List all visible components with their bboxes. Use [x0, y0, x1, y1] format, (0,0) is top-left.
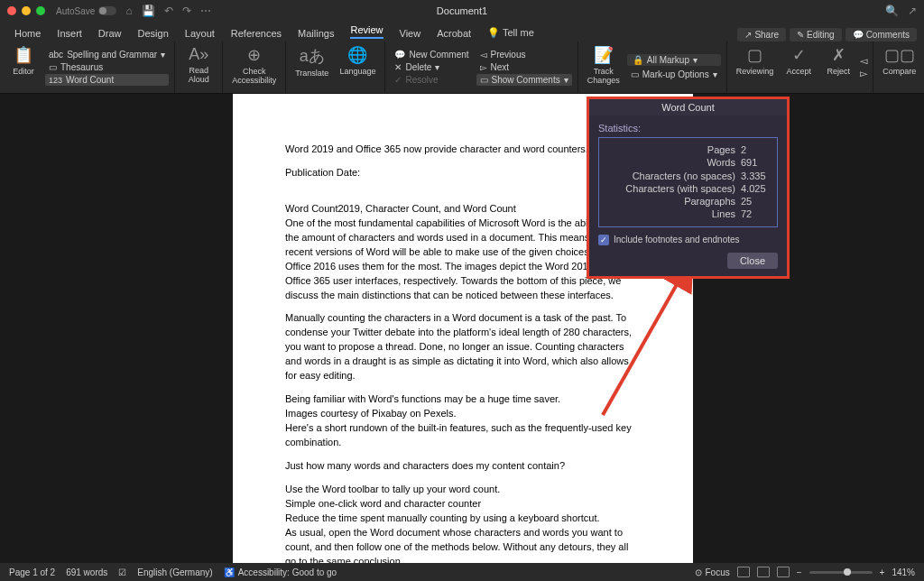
pages-value: 2 — [741, 143, 770, 156]
comment-icon: 💬 — [394, 50, 405, 60]
accessibility-button[interactable]: ⊕Check Accessibility — [228, 43, 280, 91]
spelling-button[interactable]: abcSpelling and Grammar ▾ — [45, 49, 169, 60]
ribbon-tabs: Home Insert Draw Design Layout Reference… — [0, 22, 924, 42]
save-icon[interactable]: 💾 — [142, 5, 155, 17]
close-window[interactable] — [7, 6, 16, 15]
status-bar: Page 1 of 2 691 words ☑ English (Germany… — [0, 563, 924, 581]
editing-button[interactable]: ✎ Editing — [790, 28, 842, 42]
translate-icon: aあ — [300, 45, 325, 67]
minimize-window[interactable] — [22, 6, 31, 15]
zoom-out[interactable]: − — [797, 567, 802, 577]
tab-insert[interactable]: Insert — [50, 25, 89, 42]
zoom-window[interactable] — [36, 6, 45, 15]
showcomments-button[interactable]: ▭Show Comments ▾ — [476, 74, 572, 86]
markup-dropdown[interactable]: 🔒 All Markup ▾ — [627, 54, 721, 66]
home-icon[interactable]: ⌂ — [125, 5, 132, 17]
readaloud-button[interactable]: A»Read Aloud — [180, 43, 217, 91]
undo-icon[interactable]: ↶ — [164, 5, 173, 17]
titlebar: AutoSave ⌂ 💾 ↶ ↷ ⋯ Document1 🔍 ↗ — [0, 0, 924, 22]
next-change-icon[interactable]: ▻ — [860, 68, 867, 79]
wordcount-dialog: Word Count Statistics: Pages2 Words691 C… — [587, 97, 790, 279]
compare-icon: ▢▢ — [884, 45, 915, 65]
statistics-table: Pages2 Words691 Characters (no spaces)3.… — [598, 137, 778, 227]
previous-button[interactable]: ◅Previous — [476, 49, 572, 60]
page-status[interactable]: Page 1 of 2 — [9, 567, 55, 577]
include-label: Include footnotes and endnotes — [614, 235, 740, 244]
tab-design[interactable]: Design — [131, 25, 176, 42]
trackchanges-button[interactable]: 📝Track Changes — [584, 43, 624, 91]
tab-tellme[interactable]: 💡 Tell me — [480, 24, 541, 42]
tab-home[interactable]: Home — [7, 25, 48, 42]
share-titlebar-icon[interactable]: ↗ — [908, 5, 917, 17]
tab-layout[interactable]: Layout — [178, 25, 222, 42]
compare-button[interactable]: ▢▢Compare — [879, 43, 919, 91]
speaker-icon: A» — [189, 45, 208, 64]
words-label: Words — [707, 156, 735, 169]
para: Simple one-click word and character coun… — [285, 497, 641, 512]
para: Manually counting the characters in a Wo… — [285, 311, 641, 383]
dialog-title: Word Count — [589, 99, 787, 115]
close-button[interactable]: Close — [727, 253, 778, 269]
chars-nospace-value: 3.335 — [741, 170, 770, 182]
para: Just how many words and characters does … — [285, 459, 641, 474]
zoom-in[interactable]: + — [880, 567, 885, 577]
window-controls — [7, 6, 45, 15]
statistics-label: Statistics: — [598, 123, 778, 134]
accessibility-status[interactable]: ♿ Accessibility: Good to go — [224, 567, 337, 577]
x-icon: ✕ — [394, 62, 402, 72]
lines-value: 72 — [741, 208, 770, 220]
thesaurus-button[interactable]: ▭Thesaurus — [45, 61, 169, 73]
delete-button[interactable]: ✕Delete ▾ — [391, 61, 472, 73]
view-print-icon[interactable] — [757, 567, 770, 577]
checkbox-icon: ✓ — [598, 235, 609, 245]
pages-label: Pages — [707, 143, 735, 156]
comments-icon: ▭ — [480, 75, 488, 85]
next-icon: ▻ — [480, 62, 487, 72]
reviewing-button[interactable]: ▢Reviewing — [733, 43, 778, 91]
autosave-switch[interactable] — [98, 6, 116, 15]
resolve-button[interactable]: ✓Resolve — [391, 74, 472, 86]
editor-icon: 📋 — [14, 45, 33, 65]
autosave-label: AutoSave — [56, 6, 95, 16]
editor-button[interactable]: 📋Editor — [5, 43, 42, 91]
tab-review[interactable]: Review — [343, 22, 390, 42]
zoom-level[interactable]: 141% — [892, 567, 915, 577]
accessibility-icon: ⊕ — [247, 45, 261, 65]
next-button[interactable]: ▻Next — [476, 61, 572, 73]
accept-button[interactable]: ✓Accept — [781, 43, 817, 91]
prev-change-icon[interactable]: ◅ — [860, 55, 867, 67]
view-web-icon[interactable] — [777, 567, 790, 577]
chars-space-label: Characters (with spaces) — [625, 182, 735, 195]
autosave-toggle[interactable]: AutoSave — [56, 6, 116, 16]
wordcount-button[interactable]: 123Word Count — [45, 74, 169, 86]
reject-icon: ✗ — [832, 45, 845, 65]
language-status[interactable]: English (Germany) — [137, 567, 212, 577]
comments-button[interactable]: 💬 Comments — [845, 28, 917, 42]
focus-mode[interactable]: ⊙ Focus — [695, 567, 730, 577]
newcomment-button[interactable]: 💬New Comment — [391, 49, 472, 60]
words-value: 691 — [741, 156, 770, 169]
search-icon[interactable]: 🔍 — [885, 5, 899, 17]
share-button[interactable]: ↗ Share — [737, 28, 786, 42]
redo-icon[interactable]: ↷ — [182, 5, 191, 17]
markupoptions-button[interactable]: ▭ Mark-up Options ▾ — [627, 69, 721, 80]
tab-draw[interactable]: Draw — [91, 25, 129, 42]
tab-mailings[interactable]: Mailings — [291, 25, 341, 42]
paragraphs-value: 25 — [741, 195, 770, 208]
reviewing-icon: ▢ — [747, 45, 762, 65]
reject-button[interactable]: ✗Reject — [820, 43, 856, 91]
chars-space-value: 4.025 — [741, 182, 770, 195]
check-icon: abc — [49, 50, 63, 60]
spellcheck-status[interactable]: ☑ — [118, 567, 126, 577]
zoom-slider[interactable] — [809, 571, 873, 574]
translate-button[interactable]: aあTranslate — [291, 43, 332, 91]
more-icon[interactable]: ⋯ — [200, 5, 211, 17]
tab-view[interactable]: View — [393, 25, 429, 42]
tab-references[interactable]: References — [224, 25, 289, 42]
words-status[interactable]: 691 words — [66, 567, 107, 577]
include-checkbox[interactable]: ✓ Include footnotes and endnotes — [598, 235, 778, 245]
tab-acrobat[interactable]: Acrobat — [430, 25, 478, 42]
language-button[interactable]: 🌐Language — [336, 43, 379, 91]
lines-label: Lines — [712, 208, 735, 220]
view-read-icon[interactable] — [737, 567, 750, 577]
